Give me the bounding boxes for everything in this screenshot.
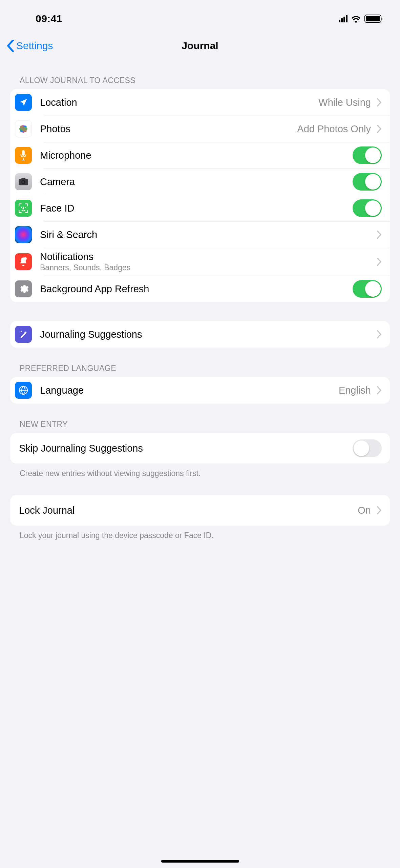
siri-icon [15, 226, 32, 243]
location-icon [15, 94, 32, 111]
row-value: On [358, 505, 371, 516]
row-sublabel: Banners, Sounds, Badges [40, 263, 374, 272]
section-footer-lock: Lock your journal using the device passc… [10, 526, 390, 541]
section-lock: Lock Journal On Lock your journal using … [0, 495, 400, 541]
wifi-icon [351, 15, 361, 23]
battery-icon [364, 15, 381, 23]
row-value: Add Photos Only [297, 123, 371, 135]
page-title: Journal [182, 40, 218, 52]
row-label: Background App Refresh [40, 283, 353, 295]
section-language: Preferred Language Language English [0, 364, 400, 403]
status-indicators [339, 15, 381, 23]
svg-point-9 [22, 181, 25, 183]
globe-icon [15, 382, 32, 399]
row-journaling-suggestions[interactable]: Journaling Suggestions [10, 321, 390, 348]
nav-bar: Settings Journal [0, 31, 400, 61]
row-value: English [339, 385, 371, 396]
chevron-right-icon [377, 386, 382, 394]
section-header-language: Preferred Language [10, 364, 390, 377]
row-notifications[interactable]: Notifications Banners, Sounds, Badges [10, 248, 390, 276]
row-location[interactable]: Location While Using [10, 89, 390, 116]
section-header-access: Allow Journal to Access [10, 76, 390, 89]
back-label: Settings [16, 40, 53, 52]
gear-icon [15, 280, 32, 297]
row-label: Location [40, 97, 318, 108]
chevron-right-icon [377, 231, 382, 239]
wand-icon [15, 326, 32, 343]
row-value: While Using [318, 97, 371, 108]
chevron-right-icon [377, 98, 382, 106]
chevron-right-icon [377, 258, 382, 266]
photos-icon [15, 120, 32, 137]
chevron-right-icon [377, 506, 382, 514]
section-header-newentry: New Entry [10, 420, 390, 433]
section-suggestions: Journaling Suggestions [0, 321, 400, 348]
row-label: Skip Journaling Suggestions [19, 443, 353, 454]
row-label: Face ID [40, 203, 353, 214]
section-footer-newentry: Create new entries without viewing sugge… [10, 463, 390, 479]
row-faceid: Face ID [10, 195, 390, 221]
toggle-skip-suggestions[interactable] [353, 439, 382, 457]
status-time: 09:41 [36, 13, 62, 24]
row-camera: Camera [10, 169, 390, 195]
row-label: Journaling Suggestions [40, 329, 374, 340]
status-bar: 09:41 [0, 0, 400, 31]
row-photos[interactable]: Photos Add Photos Only [10, 116, 390, 142]
toggle-faceid[interactable] [353, 199, 382, 217]
back-button[interactable]: Settings [7, 40, 53, 52]
cellular-icon [339, 15, 348, 22]
row-microphone: Microphone [10, 142, 390, 169]
row-language[interactable]: Language English [10, 377, 390, 403]
row-label: Siri & Search [40, 229, 374, 240]
toggle-background-refresh[interactable] [353, 280, 382, 298]
section-access: Allow Journal to Access Location While U… [0, 76, 400, 302]
row-lock-journal[interactable]: Lock Journal On [10, 495, 390, 526]
notifications-icon [15, 253, 32, 270]
row-label: Photos [40, 123, 297, 135]
section-new-entry: New Entry Skip Journaling Suggestions Cr… [0, 420, 400, 479]
row-label: Language [40, 385, 339, 396]
toggle-camera[interactable] [353, 173, 382, 191]
row-label: Camera [40, 176, 353, 188]
home-indicator[interactable] [161, 860, 239, 863]
chevron-left-icon [7, 40, 14, 52]
chevron-right-icon [377, 330, 382, 338]
svg-point-10 [24, 257, 27, 260]
chevron-right-icon [377, 125, 382, 133]
row-label: Lock Journal [19, 505, 358, 516]
camera-icon [15, 173, 32, 190]
row-background-refresh: Background App Refresh [10, 276, 390, 302]
row-skip-suggestions: Skip Journaling Suggestions [10, 433, 390, 463]
faceid-icon [15, 200, 32, 217]
row-label: Notifications [40, 251, 374, 262]
row-siri[interactable]: Siri & Search [10, 221, 390, 248]
toggle-microphone[interactable] [353, 146, 382, 164]
row-label: Microphone [40, 150, 353, 161]
microphone-icon [15, 147, 32, 164]
